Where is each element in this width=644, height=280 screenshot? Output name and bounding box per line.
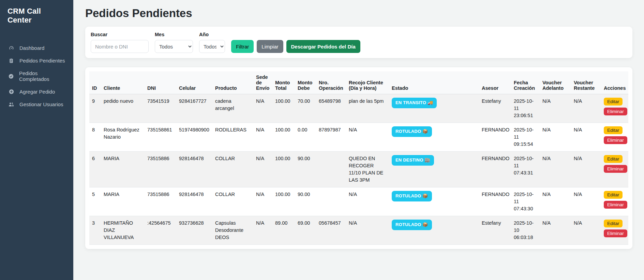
cell-acciones: EditarEliminar (601, 123, 628, 152)
cell-asesor: FERNANDO (479, 152, 511, 187)
cell-estado: ROTULADO 📦 (389, 123, 479, 152)
column-header-recojo-cliente-dia-y-hora: Recojo Cliente (Día y Hora) (346, 71, 389, 94)
cell-voucher-adelanto: N/A (540, 187, 571, 216)
column-header-estado: Estado (389, 71, 479, 94)
cell-recojo: N/A (346, 216, 389, 245)
cell-producto: cadena arcangel (212, 94, 253, 123)
sidebar-item-label: Gestionar Usuarios (19, 101, 63, 107)
edit-button[interactable]: Editar (604, 98, 623, 106)
clear-button[interactable]: Limpiar (257, 40, 283, 53)
cell-monto-debe: 70.00 (295, 94, 316, 123)
cell-monto-debe: 90.00 (295, 187, 316, 216)
month-label: Mes (155, 32, 193, 37)
cell-id: 5 (89, 187, 101, 216)
year-group: Año Todos (199, 32, 225, 53)
cell-voucher-adelanto: N/A (540, 123, 571, 152)
order-row: 9pedido nuevo735415199284167727cadena ar… (89, 94, 628, 123)
cell-voucher-adelanto: N/A (540, 216, 571, 245)
cell-monto-total: 100.00 (272, 187, 295, 216)
cell-cliente: HERMITAÑO DIAZ VILLANUEVA (101, 216, 145, 245)
month-group: Mes Todos (155, 32, 193, 53)
cell-sede-envio: N/A (253, 94, 272, 123)
sidebar-item-label: Pedidos Pendientes (19, 58, 65, 64)
edit-button[interactable]: Editar (604, 191, 623, 199)
sidebar-item-gestionar-usuarios[interactable]: Gestionar Usuarios (0, 98, 73, 111)
month-select[interactable]: Todos (155, 40, 193, 53)
column-header-voucher-adelanto: Voucher Adelanto (540, 71, 571, 94)
column-header-cliente: Cliente (101, 71, 145, 94)
delete-button[interactable]: Eliminar (604, 229, 627, 237)
cell-recojo: N/A (346, 187, 389, 216)
cell-id: 9 (89, 94, 101, 123)
cell-recojo: N/A (346, 123, 389, 152)
cell-id: 6 (89, 152, 101, 187)
delete-button[interactable]: Eliminar (604, 136, 627, 144)
order-row: 3HERMITAÑO DIAZ VILLANUEVA:4256467593273… (89, 216, 628, 245)
cell-acciones: EditarEliminar (601, 94, 628, 123)
cell-monto-debe: 0.00 (295, 123, 316, 152)
sidebar-item-agregar-pedido[interactable]: Agregar Pedido (0, 85, 73, 98)
cell-monto-total: 100.00 (272, 94, 295, 123)
orders-table-card: IDClienteDNICelularProductoSede de Envío… (85, 67, 632, 249)
cell-monto-total: 100.00 (272, 152, 295, 187)
download-orders-button[interactable]: Descargar Pedidos del Día (286, 40, 360, 53)
edit-button[interactable]: Editar (604, 220, 623, 227)
gauge-icon (8, 45, 14, 51)
cell-nro-operacion: 05678457 (316, 216, 346, 245)
sidebar-item-pedidos-completados[interactable]: Pedidos Completados (0, 67, 73, 85)
cell-voucher-restante: N/A (571, 123, 601, 152)
cell-fecha-creacion: 2025-10-11 07:43:30 (511, 187, 540, 216)
cell-monto-total: 89.00 (272, 216, 295, 245)
sidebar-item-dashboard[interactable]: Dashboard (0, 42, 73, 54)
cell-asesor: Estefany (479, 94, 511, 123)
delete-button[interactable]: Eliminar (604, 165, 627, 173)
cell-acciones: EditarEliminar (601, 216, 628, 245)
orders-table: IDClienteDNICelularProductoSede de Envío… (89, 71, 628, 245)
filter-buttons: Filtrar Limpiar Descargar Pedidos del Dí… (231, 40, 360, 53)
cell-dni: 735158861 (145, 123, 176, 152)
edit-button[interactable]: Editar (604, 155, 623, 163)
cell-cliente: Rosa Rodríguez Nazario (101, 123, 145, 152)
status-badge: ROTULADO 📦 (392, 220, 432, 230)
plus-circle-icon (8, 89, 14, 95)
column-header-sede-de-envio: Sede de Envío (253, 71, 272, 94)
cell-nro-operacion (316, 187, 346, 216)
cell-sede-envio: N/A (253, 152, 272, 187)
cell-fecha-creacion: 2025-10-11 09:15:54 (511, 123, 540, 152)
year-select[interactable]: Todos (199, 40, 225, 53)
sidebar-item-pedidos-pendientes[interactable]: Pedidos Pendientes (0, 54, 73, 67)
cell-asesor: FERNANDO (479, 123, 511, 152)
cell-fecha-creacion: 2025-10-11 07:43:31 (511, 152, 540, 187)
cell-sede-envio: N/A (253, 216, 272, 245)
cell-acciones: EditarEliminar (601, 187, 628, 216)
cell-nro-operacion: 65489798 (316, 94, 346, 123)
cell-celular: 51974980900 (176, 123, 212, 152)
column-header-asesor: Asesor (479, 71, 511, 94)
cell-voucher-restante: N/A (571, 152, 601, 187)
cell-cliente: MARIA (101, 152, 145, 187)
cell-voucher-restante: N/A (571, 187, 601, 216)
delete-button[interactable]: Eliminar (604, 201, 627, 209)
cell-id: 8 (89, 123, 101, 152)
cell-celular: 928146478 (176, 152, 212, 187)
status-badge: ROTULADO 📦 (392, 126, 432, 137)
column-header-producto: Producto (212, 71, 253, 94)
check-circle-icon (8, 73, 14, 79)
column-header-monto-debe: Monto Debe (295, 71, 316, 94)
status-badge: ROTULADO 📦 (392, 191, 432, 201)
cell-cliente: MARIA (101, 187, 145, 216)
search-input[interactable] (91, 40, 149, 53)
orders-table-body: 9pedido nuevo735415199284167727cadena ar… (89, 94, 628, 245)
sidebar-nav: Dashboard Pedidos Pendientes Pedidos Com… (0, 42, 73, 111)
edit-button[interactable]: Editar (604, 126, 623, 134)
cell-estado: EN TRANSITO 🚚 (389, 94, 479, 123)
sidebar: CRM Call Center Dashboard Pedidos Pendie… (0, 0, 73, 280)
filter-button[interactable]: Filtrar (231, 40, 254, 53)
delete-button[interactable]: Eliminar (604, 108, 627, 115)
sidebar-item-label: Dashboard (19, 45, 44, 51)
cell-celular: 9284167727 (176, 94, 212, 123)
cell-nro-operacion (316, 152, 346, 187)
year-label: Año (199, 32, 225, 37)
cell-voucher-adelanto: N/A (540, 152, 571, 187)
cell-producto: COLLAR (212, 187, 253, 216)
